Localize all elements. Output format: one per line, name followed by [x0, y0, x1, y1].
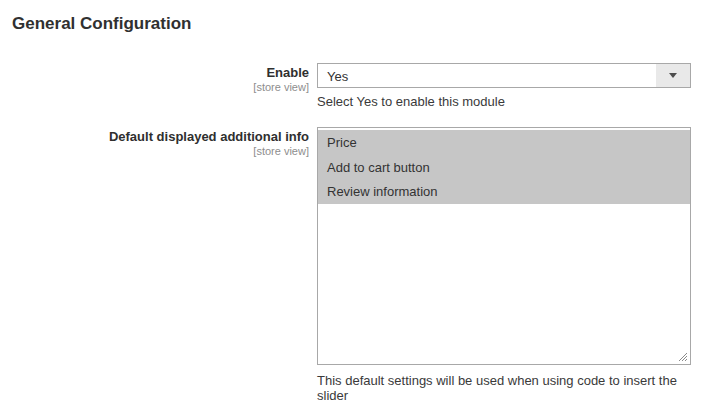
chevron-down-icon[interactable]	[656, 64, 690, 87]
additional-info-multiselect[interactable]: Price Add to cart button Review informat…	[317, 127, 691, 365]
enable-note: Select Yes to enable this module	[317, 94, 691, 109]
enable-select-value: Yes	[327, 68, 348, 83]
config-page: General Configuration Enable [store view…	[0, 0, 710, 400]
default-info-field-col: Price Add to cart button Review informat…	[317, 127, 691, 400]
enable-select[interactable]: Yes	[317, 63, 691, 88]
default-info-label: Default displayed additional info	[12, 130, 309, 144]
field-row-enable: Enable [store view] Yes Select Yes to en…	[12, 63, 710, 109]
enable-label: Enable	[12, 66, 309, 80]
enable-label-block: Enable [store view]	[12, 63, 309, 109]
chevron-down-glyph	[669, 73, 677, 78]
resize-grip-icon[interactable]	[677, 351, 688, 362]
page-title: General Configuration	[12, 14, 710, 34]
default-info-label-block: Default displayed additional info [store…	[12, 127, 309, 400]
enable-scope-label: [store view]	[12, 81, 309, 94]
option-price[interactable]: Price	[318, 130, 690, 155]
default-info-note: This default settings will be used when …	[317, 373, 691, 400]
config-form: Enable [store view] Yes Select Yes to en…	[12, 63, 710, 400]
field-row-default-info: Default displayed additional info [store…	[12, 127, 710, 400]
default-info-scope-label: [store view]	[12, 145, 309, 158]
option-review-information[interactable]: Review information	[318, 179, 690, 204]
enable-field-col: Yes Select Yes to enable this module	[317, 63, 691, 109]
option-add-to-cart-button[interactable]: Add to cart button	[318, 155, 690, 180]
